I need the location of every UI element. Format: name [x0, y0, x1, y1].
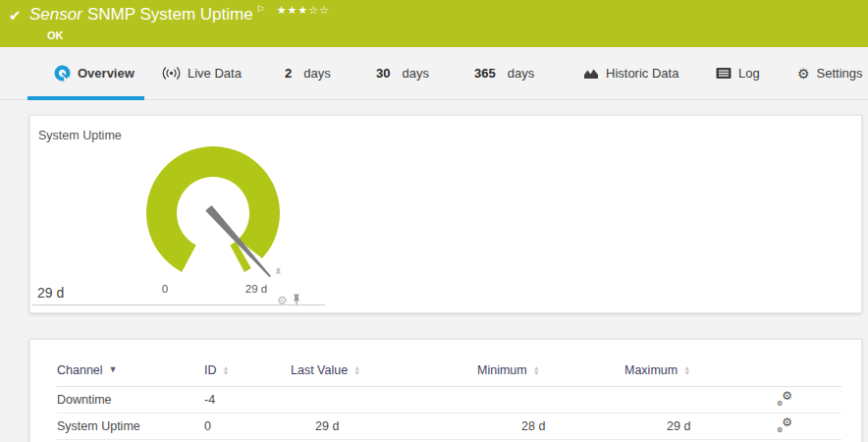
- gauge-underline: [32, 304, 325, 305]
- active-tab-indicator: [27, 96, 144, 100]
- cell-id: 0: [204, 419, 291, 433]
- chart-icon: [583, 67, 599, 81]
- tab-overview[interactable]: Overview: [54, 47, 135, 99]
- channel-table: Channel ▼ ID ▲▼ Last Value ▲▼ Minimum ▲▼…: [57, 354, 841, 440]
- broadcast-icon: [162, 67, 181, 80]
- tab-settings[interactable]: ⚙ Settings: [797, 47, 863, 99]
- sensor-title: SensorSNMP System Uptime⚐★★★☆☆: [29, 5, 330, 25]
- col-header-maximum[interactable]: Maximum ▲▼: [624, 363, 777, 377]
- tab-2-days[interactable]: 2 days: [285, 47, 331, 99]
- gauge-current-value: 29 d: [37, 285, 64, 301]
- cell-id: -4: [204, 393, 291, 407]
- priority-stars[interactable]: ★★★☆☆: [277, 4, 330, 16]
- cell-minimum: 28 d: [477, 419, 624, 433]
- ok-check-icon: ✔: [9, 7, 22, 25]
- sort-icon: ▲▼: [353, 365, 360, 375]
- stars-empty: ☆☆: [308, 4, 330, 16]
- sort-icon: ▲▼: [533, 365, 540, 375]
- gear-icon: ⚙: [797, 66, 810, 82]
- cell-maximum: 29 d: [624, 419, 777, 433]
- stars-filled: ★★★: [277, 4, 309, 16]
- tab-historic-data[interactable]: Historic Data: [583, 47, 678, 99]
- gauge-icon: [54, 65, 71, 82]
- gauge-scale-min: 0: [145, 283, 185, 295]
- cell-channel: System Uptime: [57, 419, 204, 433]
- tab-log[interactable]: Log: [716, 47, 760, 99]
- sort-icon: ▲▼: [223, 365, 230, 375]
- sensor-title-prefix: Sensor: [29, 5, 82, 24]
- status-badge: OK: [47, 29, 64, 41]
- gauge-panel: System Uptime x̄ 29 d 0 29 d ⚙: [29, 115, 862, 313]
- table-row-downtime[interactable]: Downtime -4 ⚙⚙: [57, 387, 841, 414]
- table-row-system-uptime[interactable]: System Uptime 0 29 d 28 d 29 d ⚙⚙: [57, 414, 841, 440]
- cell-last-value: 29 d: [291, 419, 477, 433]
- channel-table-panel: Channel ▼ ID ▲▼ Last Value ▲▼ Minimum ▲▼…: [29, 339, 862, 442]
- channel-settings-icon[interactable]: ⚙⚙: [777, 391, 792, 407]
- cell-channel: Downtime: [57, 393, 204, 407]
- gauge-scale-max: 29 d: [237, 283, 276, 295]
- channel-settings-icon[interactable]: ⚙⚙: [777, 417, 792, 433]
- sort-icon: ▲▼: [683, 365, 690, 375]
- log-icon: [716, 67, 732, 80]
- table-header-row: Channel ▼ ID ▲▼ Last Value ▲▼ Minimum ▲▼…: [57, 354, 841, 387]
- tab-365-days[interactable]: 365 days: [474, 47, 534, 99]
- col-header-minimum[interactable]: Minimum ▲▼: [477, 363, 624, 377]
- tab-live-data[interactable]: Live Data: [162, 47, 242, 99]
- tab-30-days[interactable]: 30 days: [376, 47, 429, 99]
- gauge-mean-marker: x̄: [276, 265, 281, 276]
- sort-desc-icon: ▼: [109, 365, 118, 374]
- col-header-last-value[interactable]: Last Value ▲▼: [291, 363, 477, 377]
- sensor-header: ✔ SensorSNMP System Uptime⚐★★★☆☆ OK: [0, 0, 868, 47]
- col-header-channel[interactable]: Channel ▼: [57, 363, 204, 377]
- flag-icon[interactable]: ⚐: [256, 4, 265, 15]
- tab-bar: Overview Live Data 2 days 30 days 365 da…: [0, 47, 868, 100]
- col-header-id[interactable]: ID ▲▼: [204, 363, 291, 377]
- sensor-title-name: SNMP System Uptime: [87, 5, 253, 24]
